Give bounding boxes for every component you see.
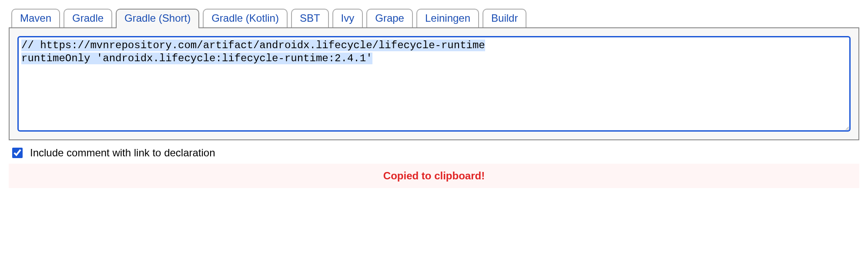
snippet-panel: // https://mvnrepository.com/artifact/an… [9, 27, 859, 140]
tab-label: Maven [20, 12, 51, 24]
include-comment-row: Include comment with link to declaration [9, 140, 859, 164]
tab-label: Gradle (Short) [124, 12, 191, 24]
tab-label: Gradle (Kotlin) [211, 12, 279, 24]
tab-maven[interactable]: Maven [11, 9, 60, 27]
tab-label: Leiningen [425, 12, 470, 24]
tab-buildr[interactable]: Buildr [483, 9, 526, 27]
tab-sbt[interactable]: SBT [291, 9, 329, 27]
include-comment-checkbox[interactable] [12, 148, 23, 158]
snippet-line-2: runtimeOnly 'androidx.lifecycle:lifecycl… [21, 53, 372, 64]
build-tool-tabs: Maven Gradle Gradle (Short) Gradle (Kotl… [9, 9, 859, 27]
tab-label: Buildr [491, 12, 518, 24]
tab-ivy[interactable]: Ivy [332, 9, 363, 27]
tab-label: SBT [300, 12, 320, 24]
copied-message: Copied to clipboard! [383, 170, 485, 182]
include-comment-label: Include comment with link to declaration [30, 147, 215, 159]
tab-gradle-kotlin[interactable]: Gradle (Kotlin) [203, 9, 288, 27]
tab-label: Ivy [341, 12, 355, 24]
snippet-line-1: // https://mvnrepository.com/artifact/an… [21, 40, 485, 51]
tab-gradle[interactable]: Gradle [64, 9, 112, 27]
tab-grape[interactable]: Grape [366, 9, 413, 27]
tab-label: Gradle [72, 12, 104, 24]
tab-leiningen[interactable]: Leiningen [416, 9, 479, 27]
copied-banner: Copied to clipboard! [9, 164, 859, 188]
snippet-textarea[interactable]: // https://mvnrepository.com/artifact/an… [17, 36, 851, 132]
tab-gradle-short[interactable]: Gradle (Short) [116, 9, 199, 28]
dependency-snippet-widget: Maven Gradle Gradle (Short) Gradle (Kotl… [9, 9, 859, 188]
tab-label: Grape [375, 12, 404, 24]
